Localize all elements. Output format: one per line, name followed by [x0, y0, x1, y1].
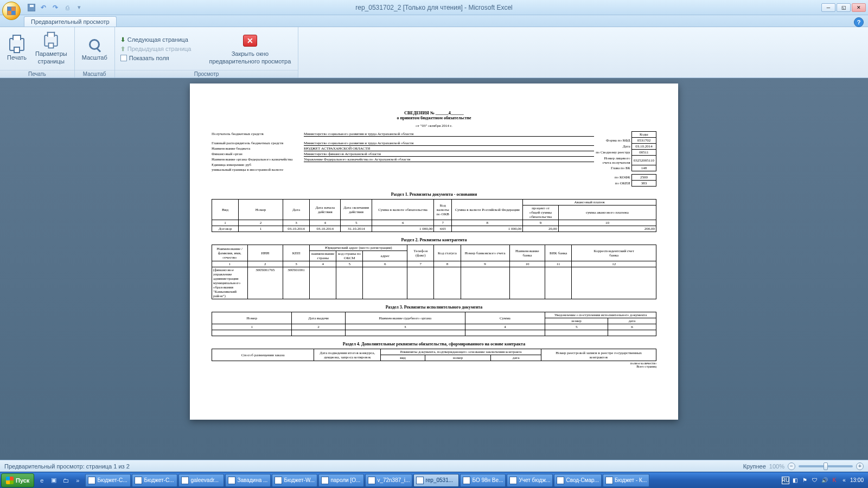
tray-chevron-icon[interactable]: «	[840, 477, 848, 484]
meta-label: Главный распорядитель бюджетных средств	[212, 141, 304, 146]
table-header: Телефон (факс)	[407, 245, 434, 261]
qat-dropdown-icon[interactable]: ▾	[75, 3, 84, 12]
table-header: Способ размещения заказа	[212, 349, 314, 361]
app-icon	[368, 477, 375, 484]
section3-table: Номер Дата выдачи Наименование судебного…	[212, 312, 656, 336]
doc-subtitle: о принятом бюджетном обязательстве	[212, 115, 656, 120]
table-row: 12345678910	[212, 220, 656, 226]
meta-value: Министерство финансов Астраханской облас…	[304, 152, 594, 157]
table-header: БИК банка	[545, 245, 572, 261]
ql-desktop-icon[interactable]: ▣	[48, 474, 59, 486]
table-header: Код статуса	[434, 245, 461, 261]
table-row: (финансовое управление администрации мун…	[212, 267, 656, 299]
zoom-in-button[interactable]: +	[856, 463, 864, 470]
tray-icon[interactable]: 🔊	[821, 477, 828, 484]
taskbar-item[interactable]: Бюджет-С...	[132, 474, 177, 487]
qat-print-icon[interactable]: ⎙	[63, 3, 72, 12]
section4-title: Раздел 4. Дополнительные реквизиты обяза…	[212, 342, 656, 346]
show-margins-checkbox[interactable]: Показать поля	[118, 54, 194, 62]
tray-icon[interactable]: K	[831, 477, 838, 484]
zoom-out-button[interactable]: −	[788, 463, 795, 470]
zoom-level: 100%	[769, 463, 784, 470]
doc-date: от "03" октября 2014 г.	[212, 124, 656, 128]
group-label-zoom: Масштаб	[75, 70, 114, 78]
print-button[interactable]: Печать	[3, 34, 30, 63]
taskbar-item[interactable]: Бюджет-С...	[85, 474, 131, 487]
zoom-slider[interactable]	[799, 465, 853, 467]
restore-button[interactable]: ◱	[837, 3, 851, 12]
meta-value: БЮДЖЕТ АСТРАХАНСКОЙ ОБЛАСТИ	[304, 146, 594, 151]
codes-value: 03.10.2014	[631, 144, 656, 150]
table-header: номер	[425, 355, 491, 361]
taskbar-item-label: Бюджет-С...	[97, 477, 127, 483]
taskbar-item[interactable]: Бюджет-W...	[272, 474, 317, 487]
zoom-larger-label[interactable]: Крупнее	[743, 463, 766, 470]
tray-icon[interactable]: 🛡	[811, 477, 819, 484]
table-row	[212, 330, 656, 336]
table-header: сумма авансового платежа	[558, 206, 656, 220]
taskbar-item[interactable]: rep_0531...	[413, 474, 459, 487]
undo-icon[interactable]: ↶	[39, 3, 48, 12]
taskbar-item-label: Свод-Смар...	[566, 477, 598, 483]
taskbar-item-label: galeevadr...	[190, 477, 219, 483]
start-button[interactable]: Пуск	[1, 473, 34, 487]
close-button[interactable]: ✕	[852, 3, 866, 12]
codes-value: 2500	[631, 175, 656, 181]
taskbar-item[interactable]: Завадина ...	[225, 474, 271, 487]
section2-table: Наименование / фамилия, имя, отчество ИН…	[212, 245, 656, 299]
tray-icon[interactable]: ⚑	[801, 477, 809, 484]
close-preview-label: Закрыть окно предварительного просмотра	[209, 50, 291, 65]
preview-workspace[interactable]: СВЕДЕНИЯ № ______4______ о принятом бюдж…	[0, 78, 868, 460]
taskbar-item-label: Бюджет-W...	[284, 477, 315, 483]
arrow-up-icon: ⬆	[120, 46, 125, 53]
app-icon	[228, 477, 235, 484]
ribbon-group-view: ⬇ Следующая страница ⬆ Предыдущая страни…	[115, 27, 299, 78]
save-icon[interactable]	[27, 3, 36, 12]
doc-meta-left: Получатель бюджетных средствМинистерство…	[212, 131, 594, 187]
tray-lang[interactable]: RU	[782, 477, 789, 484]
app-icon	[321, 477, 329, 484]
print-button-label: Печать	[7, 54, 27, 61]
section3-title: Раздел 3. Реквизиты исполнительного доку…	[212, 305, 656, 310]
meta-label: Получатель бюджетных средств	[212, 132, 304, 137]
codes-label: по КОФК	[594, 175, 631, 181]
taskbar-item[interactable]: БО 98н Ве...	[460, 474, 506, 487]
taskbar-item[interactable]: Бюджет - К...	[603, 474, 649, 487]
help-button[interactable]: ?	[854, 17, 864, 27]
taskbar-item[interactable]: Свод-Смар...	[554, 474, 601, 487]
zoom-button-label: Масштаб	[82, 54, 107, 61]
table-header: наименование страны	[310, 251, 336, 261]
codes-label: Форма по КФД	[594, 138, 631, 144]
taskbar-item-label: Бюджет-С...	[144, 477, 174, 483]
codes-label: по ОКЕИ	[594, 181, 631, 187]
redo-icon[interactable]: ↷	[51, 3, 60, 12]
zoom-button[interactable]: Масштаб	[78, 34, 111, 63]
checkbox-icon[interactable]	[120, 55, 127, 61]
tray-clock[interactable]: 13:00	[850, 477, 864, 483]
zoom-slider-thumb[interactable]	[824, 463, 828, 470]
next-page-button[interactable]: ⬇ Следующая страница	[118, 36, 194, 44]
taskbar-item[interactable]: galeevadr...	[178, 474, 224, 487]
ql-explorer-icon[interactable]: 🗀	[60, 474, 71, 486]
table-header: Юридический адрес (место регистрации)	[310, 245, 407, 251]
table-header: Номер	[239, 200, 283, 220]
table-row: 123456	[212, 324, 656, 330]
taskbar-item[interactable]: пароли [O...	[318, 474, 364, 487]
taskbar-item[interactable]: v_72n387_i...	[365, 474, 412, 487]
tab-print-preview[interactable]: Предварительный просмотр	[24, 16, 117, 27]
minimize-button[interactable]: ─	[821, 3, 835, 12]
ql-ie-icon[interactable]: e	[36, 474, 47, 486]
table-header: ИНН	[247, 245, 283, 261]
office-button[interactable]	[2, 2, 21, 20]
table-header: процент от общей суммы обязательства	[523, 206, 559, 220]
tray-icon[interactable]: ◧	[792, 477, 799, 484]
close-preview-button[interactable]: ✕ Закрыть окно предварительного просмотр…	[205, 30, 295, 66]
page-setup-button[interactable]: Параметры страницы	[31, 30, 71, 66]
table-header: Дата выдачи	[292, 312, 345, 324]
taskbar-item[interactable]: Учет бюдж...	[507, 474, 553, 487]
prev-page-button: ⬆ Предыдущая страница	[118, 45, 194, 53]
ql-chevron-icon[interactable]: »	[72, 474, 83, 486]
table-header: Дата начала действия	[310, 200, 341, 220]
table-header: Авансовый платеж	[523, 200, 656, 206]
section1-title: Раздел 1. Реквизиты документа - основани…	[212, 192, 656, 197]
